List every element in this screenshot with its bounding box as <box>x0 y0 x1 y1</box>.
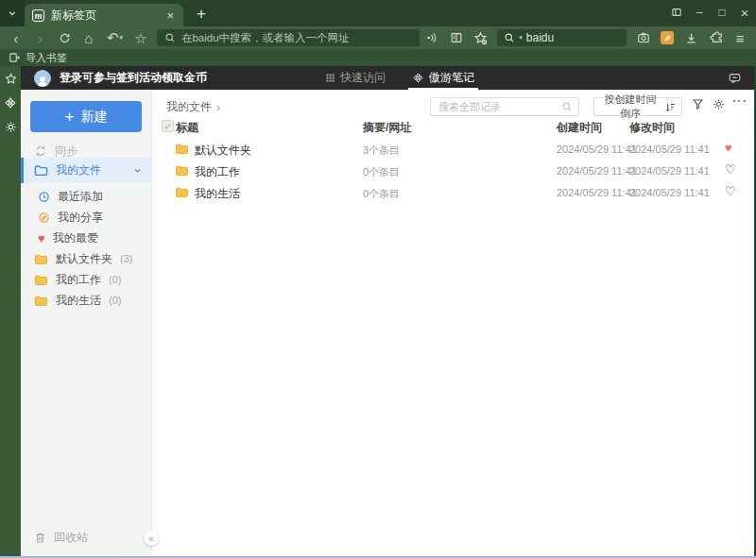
sidebar-item-label: 我的分享 <box>58 210 103 226</box>
row-modified: 2024/05/29 11:41 <box>629 187 710 198</box>
folder-icon <box>175 164 189 177</box>
header-tabs: 快速访问 傲游笔记 <box>325 66 474 90</box>
filter-button[interactable] <box>692 98 704 110</box>
chevron-right-icon: › <box>216 101 220 114</box>
undo-closed-tab-button[interactable]: ↶ ▾ <box>101 29 129 46</box>
new-note-button[interactable]: + 新建 <box>30 101 142 132</box>
favorites-manager-button[interactable] <box>469 26 493 49</box>
select-all-checkbox[interactable] <box>162 120 174 132</box>
breadcrumb-label: 我的文件 <box>166 99 212 115</box>
item-count: (3) <box>120 253 132 264</box>
sort-icon <box>665 102 676 112</box>
sort-order-button[interactable]: 按创建时间倒序 <box>593 97 682 116</box>
maxnote-toolbar-button[interactable] <box>655 26 679 49</box>
reader-voice-button[interactable] <box>420 26 444 49</box>
sidebar-item-recent[interactable]: 最近添加 <box>21 186 151 207</box>
heart-icon: ♥ <box>38 232 45 245</box>
tab-close-icon[interactable]: × <box>164 8 176 23</box>
tab-maxnote[interactable]: 傲游笔记 <box>412 66 474 90</box>
quick-search-value: baidu <box>526 31 554 44</box>
download-icon <box>685 32 697 44</box>
sidebar-item-label: 我的工作 <box>56 272 101 288</box>
address-placeholder: 在baidu中搜索，或者输入一个网址 <box>181 31 350 45</box>
chevron-down-icon: ▾ <box>119 34 123 42</box>
sidebar-folder-default[interactable]: 默认文件夹 (3) <box>21 248 151 269</box>
extensions-button[interactable] <box>704 26 729 49</box>
tab-label: 傲游笔记 <box>429 70 474 86</box>
sidebar-item-favorites[interactable]: ♥ 我的最爱 <box>21 228 151 248</box>
chevron-down-icon <box>8 8 17 18</box>
table-row[interactable]: 默认文件夹 3个条目 2024/05/29 11:41 2024/05/29 1… <box>152 139 754 161</box>
folder-icon <box>175 186 189 198</box>
sidebar-item-label: 我的最爱 <box>53 230 98 246</box>
sidebar-collapse-button[interactable]: « <box>144 531 159 546</box>
maximize-button[interactable]: □ <box>711 0 733 25</box>
quick-search-box[interactable]: ▾ baidu <box>497 29 626 46</box>
feedback-button[interactable] <box>728 72 742 85</box>
recycle-bin-label: 回收站 <box>54 530 88 546</box>
close-button[interactable]: × <box>733 0 756 25</box>
settings-strip-button[interactable] <box>5 121 17 133</box>
column-title[interactable]: 标题 <box>176 120 198 136</box>
sidebar-folder-life[interactable]: 我的生活 (0) <box>21 290 151 311</box>
sidebar-item-label: 我的生活 <box>56 293 101 309</box>
undo-icon: ↶ <box>107 29 119 46</box>
maxnote-app: + 新建 同步 我的文件 <box>21 90 754 556</box>
navigation-toolbar: ‹ › ⌂ ↶ ▾ ☆ 在baidu中搜索，或者输入一个网址 <box>0 26 756 49</box>
table-row[interactable]: 我的生活 0个条目 2024/05/29 11:41 2024/05/29 11… <box>152 182 754 204</box>
avatar[interactable] <box>34 70 51 87</box>
screenshot-button[interactable] <box>631 26 656 49</box>
menu-button[interactable]: ≡ <box>728 26 752 49</box>
more-button[interactable]: ··· <box>732 93 747 108</box>
sidebar-folder-work[interactable]: 我的工作 (0) <box>21 269 151 290</box>
tab-title: 新标签页 <box>51 8 164 24</box>
login-banner[interactable]: 登录可参与签到活动领取金币 <box>60 70 207 86</box>
selection-indicator <box>21 158 24 183</box>
import-bookmarks-button[interactable]: 导入书签 <box>26 51 67 65</box>
settings-button[interactable] <box>713 98 725 110</box>
table-row[interactable]: 我的工作 0个条目 2024/05/29 11:41 2024/05/29 11… <box>152 161 754 182</box>
home-button[interactable]: ⌂ <box>77 26 101 49</box>
download-button[interactable] <box>679 26 704 49</box>
voice-reading-icon <box>425 31 438 44</box>
row-summary: 0个条目 <box>363 165 400 179</box>
bookmark-page-button[interactable]: ☆ <box>129 26 153 49</box>
maxnote-strip-button[interactable] <box>4 96 17 110</box>
sidebar-item-shares[interactable]: 我的分享 <box>21 207 151 228</box>
chevron-down-icon: ▾ <box>519 34 523 42</box>
back-button[interactable]: ‹ <box>4 26 28 49</box>
chevron-down-icon <box>133 166 142 175</box>
forward-button[interactable]: › <box>28 26 53 49</box>
tab-list-button[interactable] <box>0 0 25 26</box>
address-bar[interactable]: 在baidu中搜索，或者输入一个网址 <box>157 29 420 46</box>
note-icon <box>661 31 674 44</box>
reading-mode-button[interactable] <box>444 26 469 49</box>
grid-icon <box>325 73 335 83</box>
recycle-bin-button[interactable]: 回收站 <box>21 527 151 548</box>
sidebar-item-label: 最近添加 <box>58 189 103 205</box>
refresh-button[interactable] <box>52 26 77 49</box>
favorite-heart-icon[interactable]: ♡ <box>725 163 736 176</box>
row-title: 我的工作 <box>195 164 240 180</box>
folder-icon <box>34 295 48 307</box>
favorite-heart-icon[interactable]: ♡ <box>725 185 736 197</box>
favorite-heart-icon[interactable]: ♥ <box>725 142 732 154</box>
tab-quick-access[interactable]: 快速访问 <box>325 66 386 90</box>
table-header: 标题 摘要/网址 创建时间 修改时间 <box>152 118 754 137</box>
sync-icon <box>34 144 47 158</box>
column-modified[interactable]: 修改时间 <box>629 120 675 136</box>
item-count: (0) <box>109 274 121 285</box>
browser-tab[interactable]: m 新标签页 × <box>25 4 183 26</box>
minimize-button[interactable]: – <box>688 0 711 25</box>
search-icon <box>164 32 176 43</box>
favorites-strip-button[interactable] <box>5 73 17 85</box>
boss-panel-button[interactable] <box>665 0 688 25</box>
column-created[interactable]: 创建时间 <box>557 120 602 136</box>
breadcrumb[interactable]: 我的文件 › <box>166 99 220 115</box>
column-summary[interactable]: 摘要/网址 <box>363 120 411 136</box>
sidebar-item-my-files[interactable]: 我的文件 <box>21 158 151 183</box>
new-tab-button[interactable]: + <box>197 5 206 24</box>
folder-icon <box>34 164 48 177</box>
side-strip <box>0 66 21 556</box>
search-input[interactable] <box>437 100 561 113</box>
